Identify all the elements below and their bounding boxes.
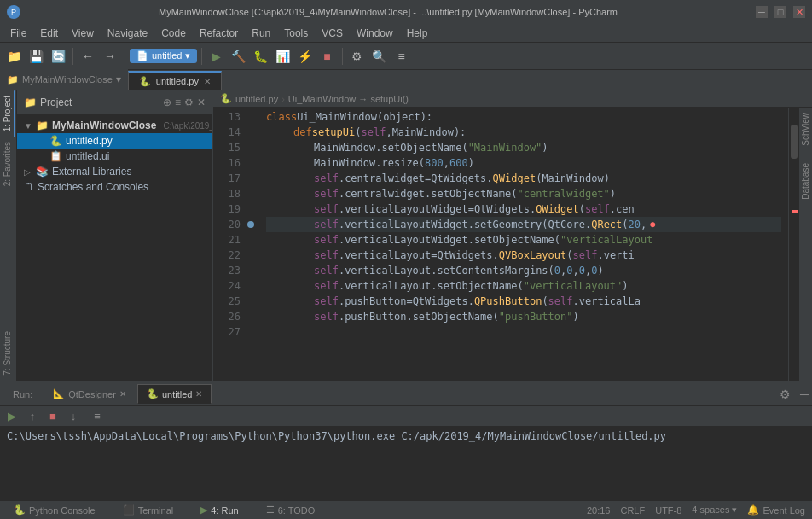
menu-vcs[interactable]: VCS — [315, 26, 350, 41]
breadcrumb-path: Ui_MainWindow → setupUi() — [288, 94, 409, 104]
tree-root-label: MyMainWindowClose — [52, 120, 157, 131]
panel-tab-structure[interactable]: 7: Structure — [1, 326, 15, 381]
menu-help[interactable]: Help — [400, 26, 435, 41]
file-icon: 📄 — [136, 50, 148, 61]
line-ending[interactable]: CRLF — [620, 505, 645, 516]
folder-icon: 📁 — [24, 96, 37, 108]
run-play-btn[interactable]: ▶ — [3, 408, 20, 425]
bottom-tab-untitled[interactable]: 🐍 untitled ✕ — [137, 384, 212, 404]
toolbar-separator-2 — [125, 48, 125, 65]
bottom-panel: Run: 📐 QtDesigner ✕ 🐍 untitled ✕ ⚙ ─ ▶ ↑… — [0, 381, 812, 500]
qtdesigner-icon: 📐 — [53, 388, 65, 399]
project-header: 📁 Project ⊕ ≡ ⚙ ✕ — [17, 90, 212, 114]
minimize-button[interactable]: ─ — [756, 6, 768, 18]
untitled-tab-close[interactable]: ✕ — [195, 389, 202, 399]
code-line-26: self.pushButton.setObjectName("pushButto… — [266, 309, 781, 324]
menu-refactor[interactable]: Refactor — [193, 26, 245, 41]
terminal-icon: ⬛ — [123, 504, 135, 516]
maximize-button[interactable]: □ — [774, 6, 786, 18]
python-console-icon: 🐍 — [14, 504, 26, 516]
bottom-settings-icon[interactable]: ⚙ — [780, 388, 791, 401]
tree-item-untitled-ui[interactable]: ▷ 📋 untitled.ui — [17, 149, 212, 164]
bottom-tab-qtdesigner[interactable]: 📐 QtDesigner ✕ — [44, 384, 136, 404]
code-line-21: self.verticalLayoutWidget.setObjectName(… — [266, 232, 781, 248]
back-icon[interactable]: ← — [78, 46, 98, 67]
right-label-schview[interactable]: SchView — [799, 108, 812, 151]
run-stop-btn[interactable]: ■ — [44, 408, 61, 425]
todo-label: 6: TODO — [278, 505, 316, 516]
forward-icon[interactable]: → — [100, 46, 120, 67]
menu-navigate[interactable]: Navigate — [101, 26, 154, 41]
menu-view[interactable]: View — [65, 26, 101, 41]
debug-icon[interactable]: 🐛 — [251, 46, 271, 67]
menu-file[interactable]: File — [3, 26, 33, 41]
search-icon[interactable]: 🔍 — [369, 46, 390, 67]
ui-icon: 📋 — [49, 150, 62, 162]
build-icon[interactable]: 🔨 — [229, 46, 249, 67]
status-tab-run[interactable]: ▶ 4: Run — [194, 501, 245, 520]
file-tab-label: untitled.py — [156, 76, 199, 86]
py-file-icon: 🐍 — [139, 76, 151, 87]
bottom-minimize-icon[interactable]: ─ — [800, 388, 809, 401]
event-log-label: Event Log — [763, 505, 805, 516]
status-tab-terminal[interactable]: ⬛ Terminal — [116, 501, 181, 520]
toolbar-separator-4 — [342, 48, 343, 65]
code-line-19: self.verticalLayoutWidget = QtWidgets.QW… — [266, 201, 781, 217]
file-tab-untitled-py[interactable]: 🐍 untitled.py ✕ — [128, 71, 222, 90]
tree-arrow-extlibs: ▷ — [24, 167, 32, 177]
menu-edit[interactable]: Edit — [33, 26, 65, 41]
py-file-icon-breadcrumb: 🐍 — [220, 93, 232, 104]
project-collapse-icon[interactable]: ≡ — [175, 96, 181, 108]
indent[interactable]: 4 spaces ▾ — [692, 504, 737, 516]
run-config-icon[interactable]: ▶ — [206, 46, 227, 67]
tree-item-external-libs[interactable]: ▷ 📚 External Libraries — [17, 164, 212, 179]
more-icon[interactable]: ≡ — [392, 46, 412, 67]
stop-icon[interactable]: ■ — [317, 46, 338, 67]
menu-code[interactable]: Code — [154, 26, 193, 41]
project-header-icons: ⊕ ≡ ⚙ ✕ — [163, 96, 206, 108]
open-folder-icon[interactable]: 📁 — [3, 46, 24, 67]
panel-tab-project[interactable]: 1: Project — [1, 90, 15, 137]
menu-bar: File Edit View Navigate Code Refactor Ru… — [0, 24, 812, 43]
vertical-scrollbar[interactable] — [788, 108, 798, 381]
status-tab-python-console[interactable]: 🐍 Python Console — [7, 501, 102, 520]
code-line-22: self.verticalLayout = QtWidgets.QVBoxLay… — [266, 248, 781, 263]
right-label-database[interactable]: Database — [799, 158, 812, 205]
scrollbar-thumb[interactable] — [791, 125, 798, 159]
status-tab-todo[interactable]: ☰ 6: TODO — [259, 501, 322, 520]
sync-icon[interactable]: 🔄 — [48, 46, 68, 67]
code-line-16: MainWindow.resize(800, 600) — [266, 155, 781, 171]
tree-item-untitled-py[interactable]: ▷ 🐍 untitled.py — [17, 133, 212, 149]
project-hide-icon[interactable]: ✕ — [197, 96, 206, 108]
bottom-content: C:\Users\tssh\AppData\Local\Programs\Pyt… — [0, 427, 812, 500]
tree-item-scratches[interactable]: 🗒 Scratches and Consoles — [17, 179, 212, 195]
toolbar-separator-3 — [201, 48, 202, 65]
close-button[interactable]: ✕ — [793, 6, 805, 18]
tree-root[interactable]: ▼ 📁 MyMainWindowClose C:\apk\2019_4\MyMa… — [17, 118, 212, 133]
run-up-btn[interactable]: ↑ — [24, 408, 41, 425]
run-down-btn[interactable]: ↓ — [65, 408, 82, 425]
encoding[interactable]: UTF-8 — [655, 505, 682, 516]
code-content[interactable]: class Ui_MainWindow(object): def setupUi… — [259, 108, 788, 381]
menu-run[interactable]: Run — [245, 26, 277, 41]
profile-icon[interactable]: ⚡ — [295, 46, 316, 67]
save-icon[interactable]: 💾 — [26, 46, 46, 67]
settings-icon[interactable]: ⚙ — [347, 46, 368, 67]
project-settings-icon[interactable]: ⚙ — [184, 96, 194, 108]
code-line-15: MainWindow.setObjectName("MainWindow") — [266, 140, 781, 155]
file-tab-close[interactable]: ✕ — [204, 77, 211, 86]
panel-tab-favorites[interactable]: 2: Favorites — [1, 137, 15, 191]
project-tab[interactable]: 📁 MyMainWindowClose ▾ — [0, 69, 128, 90]
run-menu-btn[interactable]: ≡ — [89, 408, 106, 425]
menu-tools[interactable]: Tools — [277, 26, 315, 41]
coverage-icon[interactable]: 📊 — [273, 46, 293, 67]
line-numbers: 13 14 15 16 17 18 19 20 21 22 23 24 25 2… — [213, 108, 247, 381]
menu-window[interactable]: Window — [350, 26, 400, 41]
project-sync-icon[interactable]: ⊕ — [163, 96, 171, 108]
qtdesigner-tab-close[interactable]: ✕ — [119, 389, 126, 399]
toolbar-separator-1 — [72, 48, 73, 65]
file-tab-bar: 📁 MyMainWindowClose ▾ 🐍 untitled.py ✕ — [0, 70, 812, 90]
event-log[interactable]: 🔔 Event Log — [747, 504, 805, 516]
breadcrumb-filename: untitled.py — [235, 94, 278, 104]
file-selector[interactable]: 📄 untitled ▾ — [130, 49, 197, 63]
